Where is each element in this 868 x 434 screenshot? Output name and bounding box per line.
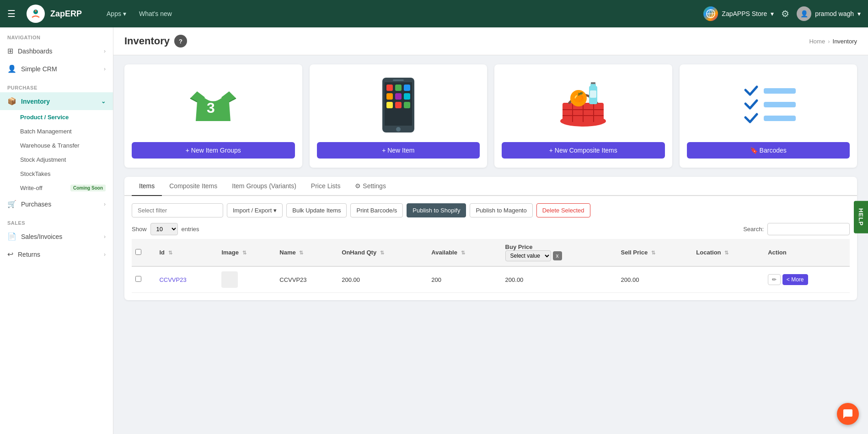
card-new-item: + New Item — [310, 64, 488, 168]
apps-menu-item[interactable]: Apps ▾ — [102, 7, 131, 20]
onhand-sort-icon[interactable]: ⇅ — [380, 250, 384, 255]
col-name: Name ⇅ — [276, 239, 338, 266]
zapapps-chevron-icon: ▾ — [771, 10, 774, 17]
sidebar-sub-warehouse[interactable]: Warehouse & Transfer — [20, 138, 113, 153]
svg-rect-16 — [395, 102, 402, 108]
location-sort-icon[interactable]: ⇅ — [724, 250, 729, 255]
id-sort-icon[interactable]: ⇅ — [168, 250, 172, 255]
new-item-button[interactable]: + New Item — [317, 142, 480, 159]
tab-composite-items[interactable]: Composite Items — [162, 177, 225, 196]
crm-chevron-icon: › — [104, 66, 106, 72]
image-sort-icon[interactable]: ⇅ — [242, 250, 246, 255]
sidebar-crm-label: Simple CRM — [21, 65, 57, 73]
sidebar-item-simple-crm[interactable]: 👤 Simple CRM › — [0, 60, 113, 78]
buy-price-clear-button[interactable]: x — [553, 251, 562, 260]
search-input[interactable] — [767, 223, 850, 235]
help-circle-icon[interactable]: ? — [174, 35, 187, 48]
sidebar-sub-product-service[interactable]: Product / Service — [20, 110, 113, 124]
svg-rect-30 — [590, 84, 596, 87]
barcodes-button[interactable]: 🔖 Barcodes — [687, 142, 850, 159]
whats-new-menu-item[interactable]: What's new — [134, 7, 177, 20]
hamburger-menu[interactable]: ☰ — [7, 8, 16, 19]
table-header-row: Id ⇅ Image ⇅ Name ⇅ OnHand Qty — [132, 239, 850, 266]
tabs-bar: Items Composite Items Item Groups (Varia… — [124, 177, 857, 196]
sales-chevron-icon: › — [104, 233, 106, 240]
sidebar-sales-label: Sales/Invoices — [21, 233, 62, 240]
top-nav-right: ZapAPPS Store ▾ ⚙ 👤 pramod wagh ▾ — [703, 6, 861, 21]
row-onhand-qty-cell: 200.00 — [338, 266, 428, 293]
print-barcode-button[interactable]: Print Barcode/s — [350, 203, 403, 217]
logo-icon — [27, 5, 45, 23]
chat-button[interactable] — [837, 403, 859, 425]
sidebar-item-returns[interactable]: ↩ Returns › — [0, 245, 113, 263]
new-item-groups-button[interactable]: + New Item Groups — [132, 142, 295, 159]
row-id-link[interactable]: CCVVP23 — [159, 276, 186, 283]
user-menu-button[interactable]: 👤 pramod wagh ▾ — [797, 6, 861, 21]
sidebar-inventory-label: Inventory — [21, 98, 50, 105]
data-table: Id ⇅ Image ⇅ Name ⇅ OnHand Qty — [132, 239, 850, 293]
import-export-button[interactable]: Import / Export ▾ — [227, 203, 283, 217]
sidebar-sub-writeoff[interactable]: Write-off Coming Soon — [20, 181, 113, 195]
col-image: Image ⇅ — [218, 239, 276, 266]
table-toolbar: Import / Export ▾ Bulk Update Items Prin… — [132, 203, 850, 217]
tab-item-groups-variants[interactable]: Item Groups (Variants) — [225, 177, 304, 196]
col-id: Id ⇅ — [155, 239, 218, 266]
edit-button[interactable]: ✏ — [768, 274, 781, 285]
more-button[interactable]: < More — [782, 274, 808, 285]
nav-section-label: NAVIGATION — [0, 27, 113, 42]
sidebar-sub-stock-adjustment[interactable]: Stock Adjustment — [20, 153, 113, 167]
sidebar-item-purchases[interactable]: 🛒 Purchases › — [0, 195, 113, 213]
delete-selected-button[interactable]: Delete Selected — [536, 203, 590, 217]
row-id-cell: CCVVP23 — [155, 266, 218, 293]
tab-items[interactable]: Items — [132, 177, 162, 196]
tab-settings[interactable]: ⚙ Settings — [348, 177, 393, 196]
returns-icon: ↩ — [7, 250, 13, 259]
barcodes-illustration — [687, 75, 850, 135]
name-sort-icon[interactable]: ⇅ — [299, 250, 303, 255]
cards-row: 3 + New Item Groups — [113, 55, 868, 177]
brand-name: ZapERP — [50, 9, 82, 19]
filter-input[interactable] — [132, 203, 223, 217]
row-sell-price-cell: 200.00 — [617, 266, 693, 293]
col-action: Action — [764, 239, 850, 266]
sidebar-sub-stocktakes[interactable]: StockTakes — [20, 167, 113, 181]
sidebar-item-inventory[interactable]: 📦 Inventory ⌄ — [0, 92, 113, 110]
import-export-chevron-icon: ▾ — [273, 207, 277, 214]
composite-items-illustration: 🍊 — [502, 75, 665, 135]
new-composite-items-button[interactable]: + New Composite Items — [502, 142, 665, 159]
tab-price-lists[interactable]: Price Lists — [304, 177, 348, 196]
sell-price-sort-icon[interactable]: ⇅ — [651, 250, 655, 255]
sidebar-item-sales-invoices[interactable]: 📄 Sales/Invoices › — [0, 228, 113, 245]
inventory-icon: 📦 — [7, 97, 16, 106]
svg-rect-11 — [404, 85, 410, 91]
crm-icon: 👤 — [7, 64, 16, 73]
purchases-icon: 🛒 — [7, 200, 16, 208]
publish-shopify-button[interactable]: Publish to Shopify — [407, 203, 466, 217]
dashboards-chevron-icon: › — [104, 48, 106, 54]
col-sell-price: Sell Price ⇅ — [617, 239, 693, 266]
breadcrumb-home[interactable]: Home — [809, 38, 825, 45]
help-tab[interactable]: HELP — [854, 201, 868, 233]
buy-price-filter-select[interactable]: Select value — [505, 250, 551, 261]
purchase-section-label: PURCHASE — [0, 78, 113, 92]
show-entries-select[interactable]: 10 25 50 100 — [150, 223, 178, 235]
svg-text:3: 3 — [207, 100, 215, 116]
settings-gear-icon[interactable]: ⚙ — [781, 8, 789, 19]
user-chevron-icon: ▾ — [857, 10, 861, 17]
breadcrumb-current: Inventory — [833, 38, 857, 45]
svg-rect-9 — [386, 85, 393, 91]
col-buy-price: Buy Price Select value x — [502, 239, 617, 266]
select-all-checkbox[interactable] — [135, 249, 141, 255]
svg-rect-34 — [764, 102, 796, 107]
zapapps-store-button[interactable]: ZapAPPS Store ▾ — [703, 6, 774, 21]
available-sort-icon[interactable]: ⇅ — [461, 250, 465, 255]
sidebar-sub-batch-management[interactable]: Batch Management — [20, 124, 113, 138]
col-onhand-qty: OnHand Qty ⇅ — [338, 239, 428, 266]
breadcrumb: Home › Inventory — [809, 38, 857, 45]
row-checkbox[interactable] — [135, 276, 141, 282]
svg-point-18 — [396, 127, 401, 132]
bulk-update-button[interactable]: Bulk Update Items — [286, 203, 347, 217]
breadcrumb-separator: › — [828, 38, 830, 45]
sidebar-item-dashboards[interactable]: ⊞ Dashboards › — [0, 42, 113, 60]
publish-magento-button[interactable]: Publish to Magento — [470, 203, 532, 217]
